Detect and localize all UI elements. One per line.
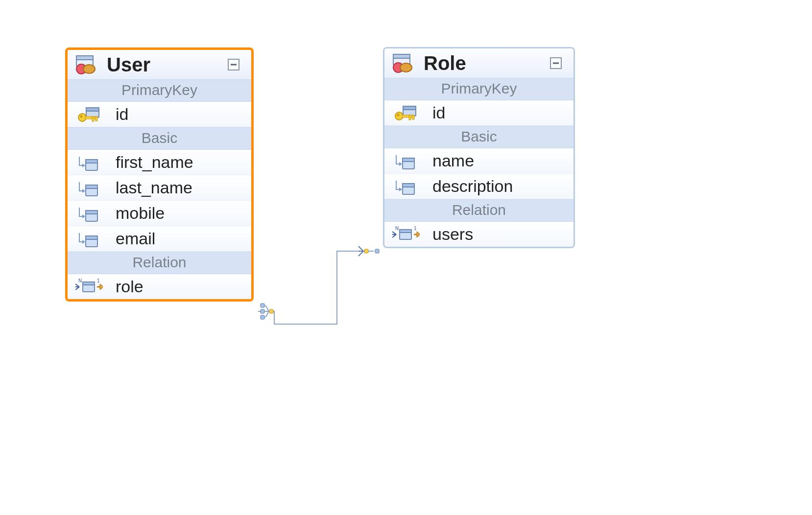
connector-endpoints [0, 0, 812, 515]
